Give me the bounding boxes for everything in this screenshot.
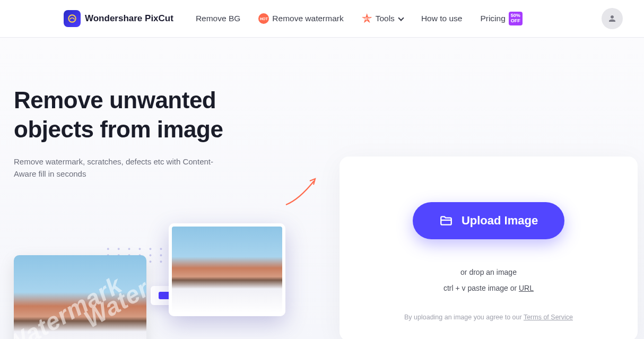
terms-of-service-link[interactable]: Terms of Service xyxy=(524,314,573,321)
nav-remove-bg-label: Remove BG xyxy=(196,14,240,23)
paste-hint: ctrl + v paste image or URL xyxy=(443,284,534,292)
curved-arrow-icon xyxy=(283,176,320,207)
discount-line1: 50% xyxy=(511,13,520,18)
illustration: ● ● ● ● ● ● ● ●● ● ● ● ● ● ● ●● ● ● ● ● … xyxy=(14,223,300,339)
hero-section: Remove unwanted objects from image Remov… xyxy=(0,38,644,339)
nav-tools[interactable]: NEW Tools xyxy=(360,10,405,27)
discount-line2: OFF xyxy=(511,18,520,23)
nav-how-to-use[interactable]: How to use xyxy=(419,11,465,27)
terms-prefix: By uploading an image you agree to our xyxy=(404,314,524,321)
nav-pricing[interactable]: Pricing 50% OFF xyxy=(478,8,524,29)
svg-point-0 xyxy=(68,15,76,22)
nav-how-to-use-label: How to use xyxy=(421,14,463,23)
new-badge-icon: NEW xyxy=(362,13,372,24)
upload-card: Upload Image or drop an image ctrl + v p… xyxy=(340,157,638,339)
url-link[interactable]: URL xyxy=(519,284,534,292)
sample-image-before xyxy=(14,255,146,339)
hero-title: Remove unwanted objects from image xyxy=(14,85,290,144)
sample-image-after xyxy=(169,223,285,316)
hero-title-line2: objects from image xyxy=(14,116,223,142)
nav-tools-label: Tools xyxy=(376,14,395,23)
nav-remove-watermark-label: Remove watermark xyxy=(272,14,343,23)
brand-logo[interactable]: Wondershare PixCut xyxy=(64,10,173,27)
terms-row: By uploading an image you agree to our T… xyxy=(404,314,573,321)
pixcut-logo-icon xyxy=(64,10,81,27)
hot-badge-icon: HOT xyxy=(258,13,269,24)
folder-icon xyxy=(439,214,453,228)
person-icon xyxy=(607,14,617,23)
header-nav: Wondershare PixCut Remove BG HOT Remove … xyxy=(0,0,644,38)
upload-image-button[interactable]: Upload Image xyxy=(413,202,564,239)
nav-pricing-label: Pricing xyxy=(480,14,505,23)
user-avatar[interactable] xyxy=(602,8,623,29)
nav-remove-bg[interactable]: Remove BG xyxy=(194,11,242,27)
upload-button-label: Upload Image xyxy=(462,214,538,228)
chevron-down-icon xyxy=(398,15,404,21)
paste-prefix: ctrl + v paste image or xyxy=(443,284,519,292)
hero-title-line1: Remove unwanted xyxy=(14,87,216,113)
discount-badge: 50% OFF xyxy=(509,12,523,25)
drop-hint: or drop an image xyxy=(460,268,517,276)
brand-name: Wondershare PixCut xyxy=(85,13,173,24)
hero-subtitle: Remove watermark, scratches, defects etc… xyxy=(14,155,226,180)
nav-remove-watermark[interactable]: HOT Remove watermark xyxy=(256,10,345,27)
